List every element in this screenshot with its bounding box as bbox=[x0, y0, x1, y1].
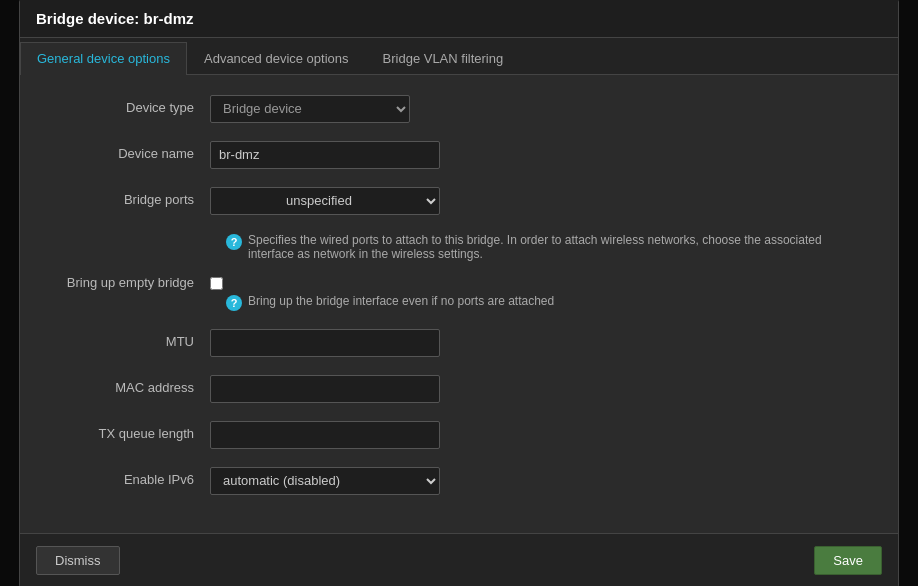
mac-control bbox=[210, 375, 440, 403]
device-type-row: Device type Bridge device bbox=[50, 95, 868, 123]
tx-queue-row: TX queue length bbox=[50, 421, 868, 449]
mac-label: MAC address bbox=[50, 375, 210, 395]
ipv6-row: Enable IPv6 automatic (disabled) disable… bbox=[50, 467, 868, 495]
bring-up-row: Bring up empty bridge bbox=[50, 275, 868, 290]
save-button[interactable]: Save bbox=[814, 546, 882, 575]
mac-input[interactable] bbox=[210, 375, 440, 403]
tab-general[interactable]: General device options bbox=[20, 42, 187, 75]
dialog: Bridge device: br-dmz General device opt… bbox=[19, 0, 899, 586]
mtu-label: MTU bbox=[50, 329, 210, 349]
device-name-input[interactable] bbox=[210, 141, 440, 169]
device-name-row: Device name bbox=[50, 141, 868, 169]
bring-up-help-icon: ? bbox=[226, 295, 242, 311]
bridge-ports-help: ? Specifies the wired ports to attach to… bbox=[226, 233, 866, 261]
mtu-row: MTU bbox=[50, 329, 868, 357]
bring-up-help: ? Bring up the bridge interface even if … bbox=[226, 294, 866, 311]
form-content: Device type Bridge device Device name Br… bbox=[20, 75, 898, 533]
dialog-footer: Dismiss Save bbox=[20, 533, 898, 587]
ipv6-select[interactable]: automatic (disabled) disabled enabled bbox=[210, 467, 440, 495]
mtu-input[interactable] bbox=[210, 329, 440, 357]
device-type-control: Bridge device bbox=[210, 95, 440, 123]
tab-vlan[interactable]: Bridge VLAN filtering bbox=[366, 42, 521, 74]
bridge-ports-help-icon: ? bbox=[226, 234, 242, 250]
device-name-label: Device name bbox=[50, 141, 210, 161]
bridge-ports-select[interactable]: unspecified bbox=[210, 187, 440, 215]
ipv6-control: automatic (disabled) disabled enabled bbox=[210, 467, 440, 495]
device-type-select[interactable]: Bridge device bbox=[210, 95, 410, 123]
mac-row: MAC address bbox=[50, 375, 868, 403]
bridge-ports-control: unspecified bbox=[210, 187, 440, 215]
dialog-title: Bridge device: br-dmz bbox=[20, 0, 898, 38]
ipv6-label: Enable IPv6 bbox=[50, 467, 210, 487]
bridge-ports-label: Bridge ports bbox=[50, 187, 210, 207]
tx-queue-control bbox=[210, 421, 440, 449]
bring-up-label: Bring up empty bridge bbox=[50, 275, 210, 290]
dismiss-button[interactable]: Dismiss bbox=[36, 546, 120, 575]
tab-bar: General device options Advanced device o… bbox=[20, 38, 898, 75]
tx-queue-label: TX queue length bbox=[50, 421, 210, 441]
bridge-ports-row: Bridge ports unspecified bbox=[50, 187, 868, 215]
tab-advanced[interactable]: Advanced device options bbox=[187, 42, 366, 74]
bring-up-checkbox[interactable] bbox=[210, 277, 223, 290]
mtu-control bbox=[210, 329, 440, 357]
device-name-control bbox=[210, 141, 440, 169]
tx-queue-input[interactable] bbox=[210, 421, 440, 449]
device-type-label: Device type bbox=[50, 95, 210, 115]
